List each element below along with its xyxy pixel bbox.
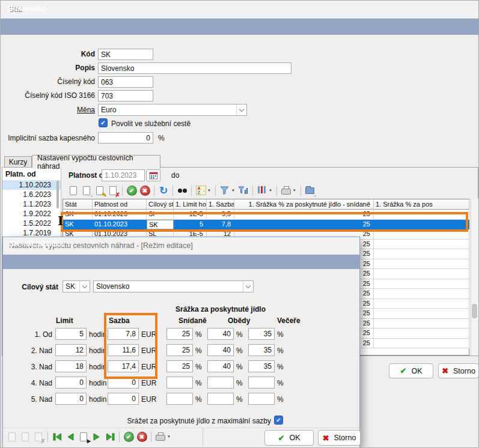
kapesne-field[interactable]: 0 [98,132,153,144]
sazba-input[interactable]: 0 [108,377,139,389]
column-header[interactable]: 1. Limit hodin [174,199,207,210]
table-cell[interactable] [374,249,469,259]
limit-input[interactable]: 12 [55,344,87,356]
table-cell[interactable] [374,319,469,329]
table-cell[interactable] [374,279,469,289]
vecere-input[interactable]: 35 [248,344,275,356]
chevron-down-icon[interactable] [236,104,246,115]
obedy-input[interactable]: 40 [207,328,234,340]
vecere-input[interactable]: 35 [248,328,275,340]
column-header[interactable]: 1. Srážka % za poskytnuté jídlo - snídan… [234,199,374,210]
dropdown-caret-icon[interactable]: ▼ [269,189,272,192]
table-cell[interactable] [374,220,469,230]
mena-label[interactable]: Měna [1,106,95,114]
table-cell[interactable]: SK [63,220,93,230]
print-icon[interactable] [154,430,167,443]
popis-field[interactable]: Slovensko [98,62,291,74]
cancel-icon[interactable]: ✖ [135,430,148,443]
table-cell[interactable]: 7,8 [207,220,234,230]
dropdown-caret-icon[interactable]: ▼ [167,435,171,438]
srazet-checkbox[interactable]: ✔ [274,416,283,425]
table-cell[interactable]: 01.10.2023 [93,220,147,230]
edit-record-icon[interactable]: ✎ [93,184,106,197]
columns-icon[interactable] [255,184,269,197]
platnost-od-input[interactable]: 1.10.2023 [102,169,145,181]
filter-values-icon[interactable] [237,184,250,197]
table-cell[interactable] [374,269,469,279]
record-detail-icon[interactable]: ▶ [77,430,90,443]
table-cell[interactable] [374,259,469,270]
table-cell[interactable]: 1E-5 [174,210,207,220]
confirm-icon[interactable]: ✔ [122,430,135,443]
nav-prev-icon[interactable] [64,430,77,443]
tab-nastaveni[interactable]: Nastavení vypočtu cestovních náhrad [32,155,160,168]
table-cell[interactable]: SK [63,210,93,220]
dialog-storno-button[interactable]: ✖ Storno [318,430,361,446]
export-icon[interactable]: → [304,184,317,197]
ciselny-kod-field[interactable]: 063 [98,76,153,88]
cilovy-stat-name-combobox[interactable]: Slovensko [93,280,254,292]
sazba-input[interactable]: 17,4 [108,360,139,372]
table-cell[interactable] [374,229,469,240]
column-header[interactable]: 1. Sazba [207,199,234,210]
main-ok-button[interactable]: ✔ OK [389,363,433,378]
column-header[interactable]: Cílový stat [147,199,174,210]
tab-kurzy[interactable]: Kurzy [4,156,32,168]
table-row[interactable]: SK01.10.2023SK57,825 [63,220,469,230]
dropdown-caret-icon[interactable]: ▼ [207,189,211,192]
table-cell[interactable] [374,328,469,339]
povolit-checkbox[interactable]: ✔ [99,118,108,127]
print-icon[interactable] [279,184,293,197]
dropdown-caret-icon[interactable]: ▼ [293,189,296,192]
column-header[interactable]: 1. Srážka % za pos [374,199,469,210]
limit-input[interactable]: 0 [55,393,87,405]
sazba-input[interactable]: 0 [108,393,139,405]
platnost-list-item[interactable]: 1.9.2022 [2,209,61,219]
sazba-input[interactable]: 11,6 [108,344,139,356]
search-icon[interactable] [175,184,189,197]
table-cell[interactable] [374,289,469,299]
vecere-input[interactable]: 35 [248,360,275,372]
copy-record-icon[interactable]: → [80,184,93,197]
snidane-input[interactable]: 25 [166,360,193,372]
cilovy-stat-code-combobox[interactable]: SK [63,280,90,292]
limit-input[interactable]: 5 [55,328,87,340]
table-cell[interactable]: SI [147,210,174,220]
obedy-input[interactable] [207,393,234,405]
table-cell[interactable] [374,299,469,309]
filter-icon[interactable] [218,184,231,197]
list-scrollbar-thumb[interactable] [56,181,59,208]
chevron-down-icon[interactable] [243,281,253,292]
confirm-icon[interactable]: ✔ [125,184,138,197]
table-cell[interactable] [374,309,469,319]
new-record-icon[interactable] [67,184,80,197]
obedy-input[interactable]: 40 [207,344,234,356]
iso-kod-field[interactable]: 703 [98,90,153,101]
kod-field[interactable]: SK [98,49,153,60]
table-cell[interactable]: 01.10.2023 [93,210,147,220]
dialog-ok-button[interactable]: ✔ OK [264,430,314,446]
table-cell[interactable]: 5 [174,220,207,230]
cancel-icon[interactable]: ✖ [138,184,151,197]
table-cell[interactable]: 25 [234,220,374,230]
mena-combobox[interactable]: Euro [98,104,247,116]
table-cell[interactable] [374,210,469,220]
limit-input[interactable]: 18 [55,360,87,372]
platnost-list-item[interactable]: 1.1.2023 [2,199,61,209]
table-row[interactable]: SK01.10.2023SI1E-59,525 [63,210,469,220]
nav-next-icon[interactable] [90,430,103,443]
table-cell[interactable]: 9,5 [207,210,234,220]
table-cell[interactable] [374,339,469,349]
column-header[interactable]: Platnost od [93,199,147,210]
obedy-input[interactable]: 40 [207,360,234,372]
snidane-input[interactable] [166,393,193,405]
table-scrollbar-thumb[interactable] [472,304,477,318]
column-header[interactable]: Stát [63,199,93,210]
platnost-list-item[interactable]: 1.6.2023 [2,190,61,199]
vecere-input[interactable] [248,377,275,389]
sort-az-icon[interactable]: AZ↓ [194,184,207,197]
nav-first-icon[interactable] [50,430,64,443]
table-cell[interactable]: 25 [234,210,374,220]
delete-record-icon[interactable]: ✗ [106,184,120,197]
table-cell[interactable]: SK [147,220,174,230]
